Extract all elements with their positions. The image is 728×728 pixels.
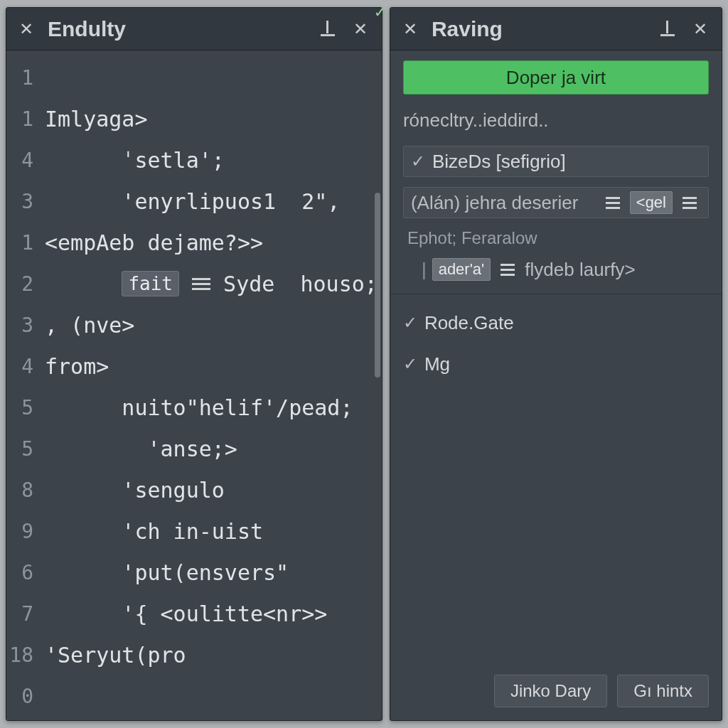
gel-chip[interactable]: <gel [630, 191, 673, 214]
panel-footer: Jinko Dary Gı hintx [390, 665, 722, 720]
editor-pane: Endulty ✓ 1 1 4 3 1 2 3 4 5 5 8 9 6 7 18… [6, 7, 382, 721]
ader-pill[interactable]: ader'a' [432, 258, 491, 281]
divider [390, 294, 722, 294]
editor-title: Endulty [48, 17, 306, 41]
line-gutter: 1 1 4 3 1 2 3 4 5 5 8 9 6 7 18 0 [6, 50, 39, 720]
run-button[interactable]: Doper ja virt [403, 60, 709, 95]
hint-text: rónecltry..ieddird.. [403, 109, 709, 132]
code-area[interactable]: Imlyaga> ˈsetla'; 'enyrlipuos1 2",<empAe… [39, 50, 382, 720]
ok-button[interactable]: Jinko Dary [494, 675, 607, 707]
editor-titlebar: Endulty ✓ [6, 8, 382, 50]
check-icon: ✓ [411, 151, 427, 171]
cancel-button[interactable]: Gı hintx [617, 675, 709, 707]
option-bizeds[interactable]: ✓ BizeDs [sefigrio] [403, 146, 709, 177]
menu-icon [682, 197, 697, 209]
panel-titlebar: Raving [390, 8, 722, 50]
check-icon: ✓ [403, 313, 419, 333]
workspace: Endulty ✓ 1 1 4 3 1 2 3 4 5 5 8 9 6 7 18… [0, 0, 728, 728]
panel-title: Raving [432, 17, 646, 41]
option-jehra[interactable]: (Alán) jehra deserier <gel [403, 187, 709, 218]
menu-icon [606, 197, 620, 209]
check-icon: ✓ [403, 354, 419, 374]
close-window-icon[interactable]: ✓ [349, 18, 372, 41]
option-rode[interactable]: ✓ Rode.Gate [403, 307, 709, 338]
saved-check-icon: ✓ [374, 4, 386, 21]
sub-option[interactable]: | ader'a' flydeb laurfy> [403, 258, 709, 281]
close-tab-icon[interactable] [15, 18, 38, 41]
section-label: Ephot; Feraralow [403, 228, 709, 248]
minimize-icon[interactable] [316, 18, 339, 41]
hint-row: rónecltry..ieddird.. [403, 105, 709, 136]
scrollbar-thumb[interactable] [375, 193, 380, 378]
side-panel: Raving Doper ja virt rónecltry..ieddird.… [390, 7, 722, 721]
panel-body: Doper ja virt rónecltry..ieddird.. ✓ Biz… [390, 50, 722, 665]
menu-icon [500, 264, 515, 276]
option-mg[interactable]: ✓ Mg [403, 348, 709, 380]
minimize-icon[interactable] [656, 18, 679, 41]
close-window-icon[interactable] [689, 18, 712, 41]
editor-body[interactable]: 1 1 4 3 1 2 3 4 5 5 8 9 6 7 18 0 Imlyaga… [6, 50, 382, 720]
close-tab-icon[interactable] [399, 18, 422, 41]
